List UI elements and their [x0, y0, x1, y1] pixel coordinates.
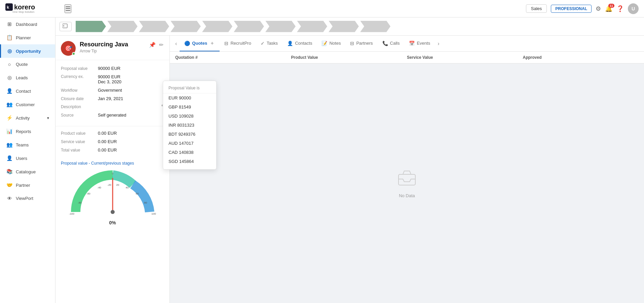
- pipeline-stage-2[interactable]: [107, 21, 138, 32]
- sidebar-label-contact: Contact: [16, 89, 31, 94]
- sidebar-label-reports: Reports: [16, 129, 31, 134]
- sidebar-item-opportunity[interactable]: ◎ Opportunity: [0, 44, 55, 58]
- tab-prev-btn[interactable]: ‹: [173, 39, 180, 48]
- field-currency-ex: Currency ex. 90000 EUR Dec 3, 2020: [61, 73, 164, 86]
- pipeline-bar: [55, 17, 644, 36]
- edit-header-btn[interactable]: ✏: [158, 41, 164, 49]
- pipeline-stage-6[interactable]: [234, 21, 264, 32]
- tab-partners[interactable]: ⊟ Partners: [345, 36, 377, 51]
- no-data-area: No Data: [170, 63, 644, 303]
- proposal-value-label: Proposal value: [61, 66, 98, 71]
- pipeline-stage-7[interactable]: [265, 21, 296, 32]
- sidebar-label-opportunity: Opportunity: [16, 49, 41, 54]
- tab-events[interactable]: 📅 Events: [404, 36, 435, 51]
- help-btn[interactable]: ❓: [616, 5, 624, 12]
- sales-button[interactable]: Sales: [526, 4, 547, 13]
- sidebar-label-customer: Customer: [16, 102, 35, 107]
- svg-text:60: 60: [136, 192, 139, 195]
- catalogue-icon: 📚: [6, 169, 12, 175]
- sidebar-item-partner[interactable]: 🤝 Partner: [0, 178, 55, 192]
- sidebar-item-customer[interactable]: 👥 Customer: [0, 98, 55, 111]
- user-avatar[interactable]: U: [628, 3, 639, 14]
- top-nav: k korero One Stop Solution ☰ Sales PROFE…: [0, 0, 644, 17]
- sidebar-label-planner: Planner: [16, 35, 31, 40]
- hamburger-btn[interactable]: ☰: [65, 4, 71, 13]
- pin-btn[interactable]: 📌: [148, 41, 156, 49]
- tooltip-sgd[interactable]: SGD 145864: [163, 157, 216, 166]
- svg-text:40: 40: [125, 186, 128, 189]
- proposal-value: 90000 EUR: [98, 66, 120, 71]
- calls-tab-icon: 📞: [382, 41, 388, 46]
- sidebar-item-dashboard[interactable]: ⊞ Dashboard: [0, 17, 55, 31]
- tab-calls[interactable]: 📞 Calls: [378, 36, 405, 51]
- sidebar-item-users[interactable]: 👤 Users: [0, 152, 55, 165]
- opportunity-header-actions: 📌 ✏: [148, 41, 164, 49]
- tooltip-usd[interactable]: USD 109028: [163, 112, 216, 121]
- quotes-add-btn[interactable]: +: [209, 40, 215, 46]
- field-closure-date: Closure date Jan 29, 2021: [61, 94, 164, 103]
- svg-text:-80: -80: [78, 201, 82, 204]
- sidebar-item-teams[interactable]: 👥 Teams: [0, 138, 55, 152]
- professional-button[interactable]: PROFESSIONAL: [551, 5, 592, 13]
- field-proposal-value: Proposal value 90000 EUR: [61, 64, 164, 73]
- pipeline-stage-1[interactable]: [76, 21, 106, 32]
- sidebar-item-activity[interactable]: ⚡ Activity ▼: [0, 111, 55, 125]
- sidebar-item-viewport[interactable]: 👁 ViewPort: [0, 192, 55, 205]
- tooltip-inr[interactable]: INR 8031323: [163, 121, 216, 130]
- tab-contacts[interactable]: 👤 Contacts: [282, 36, 317, 51]
- sidebar-item-catalogue[interactable]: 📚 Catalogue: [0, 165, 55, 178]
- opportunity-title-area: Resourcing Java Arrow Tip: [80, 41, 144, 53]
- sidebar-item-planner[interactable]: 📋 Planner: [0, 31, 55, 44]
- field-source: Source Self generated: [61, 111, 164, 119]
- tab-tasks[interactable]: ✓ Tasks: [256, 36, 282, 51]
- tasks-tab-icon: ✓: [261, 41, 265, 46]
- tooltip-aud[interactable]: AUD 147017: [163, 139, 216, 148]
- recruitpro-tab-icon: ⊟: [224, 41, 228, 46]
- currency-ex: 90000 EUR Dec 3, 2020: [98, 74, 121, 84]
- description-label: Description: [61, 104, 98, 109]
- tooltip-eur[interactable]: EUR 90000: [163, 93, 216, 102]
- total-value-label: Total value: [61, 148, 98, 153]
- avatar-status-dot: [72, 52, 75, 55]
- field-workflow: Workflow Government: [61, 86, 164, 94]
- source-value: Self generated: [98, 113, 126, 118]
- logo-area: k korero One Stop Solution: [5, 3, 59, 14]
- tab-next-btn[interactable]: ›: [435, 39, 442, 48]
- tooltip-header: Proposal Value is: [163, 84, 216, 93]
- notes-tab-icon: 📝: [321, 41, 327, 46]
- pipeline-stage-3[interactable]: [139, 21, 169, 32]
- pipeline-stage-10[interactable]: [360, 21, 390, 32]
- logo-icon: k: [5, 3, 13, 11]
- tab-notes[interactable]: 📝 Notes: [317, 36, 345, 51]
- svg-text:0: 0: [112, 172, 113, 175]
- chart-title: Proposal value - Current/previous stages: [61, 161, 164, 166]
- sidebar-item-quote[interactable]: ○ Quote: [0, 58, 55, 71]
- tooltip-bdt[interactable]: BDT 9249376: [163, 130, 216, 139]
- settings-btn[interactable]: ⚙: [596, 5, 601, 12]
- svg-text:80: 80: [144, 201, 147, 204]
- sidebar-item-reports[interactable]: 📊 Reports: [0, 125, 55, 138]
- notification-badge: 11: [608, 4, 614, 8]
- tooltip-cad[interactable]: CAD 140838: [163, 148, 216, 157]
- pipeline-stage-5[interactable]: [202, 21, 232, 32]
- closure-date-label: Closure date: [61, 96, 98, 101]
- pipeline-stage-8[interactable]: [297, 21, 327, 32]
- back-button[interactable]: [60, 22, 72, 31]
- pipeline-stage-4[interactable]: [171, 21, 201, 32]
- notifications-btn[interactable]: 🔔 11: [605, 5, 612, 12]
- dashboard-icon: ⊞: [6, 21, 12, 27]
- tab-recruitpro[interactable]: ⊟ RecruitPro: [220, 36, 256, 51]
- sidebar-label-activity: Activity: [16, 116, 30, 121]
- product-value-label: Product value: [61, 131, 98, 136]
- tabs-bar: ‹ 🔵 Quotes + ⊟ RecruitPro ✓ Tasks 👤 Cont…: [170, 36, 644, 52]
- svg-text:k: k: [7, 5, 9, 10]
- tooltip-gbp[interactable]: GBP 81549: [163, 102, 216, 112]
- sidebar-item-contact[interactable]: 👤 Contact: [0, 84, 55, 98]
- proposal-chart-section: Proposal value - Current/previous stages…: [55, 158, 169, 231]
- currency-ex-label: Currency ex.: [61, 74, 98, 79]
- pipeline-stage-9[interactable]: [329, 21, 359, 32]
- field-product-value: Product value 0.00 EUR: [61, 129, 164, 137]
- sidebar-item-leads[interactable]: ◎ Leads: [0, 71, 55, 84]
- partner-icon: 🤝: [6, 182, 12, 188]
- tab-quotes[interactable]: 🔵 Quotes +: [180, 36, 220, 51]
